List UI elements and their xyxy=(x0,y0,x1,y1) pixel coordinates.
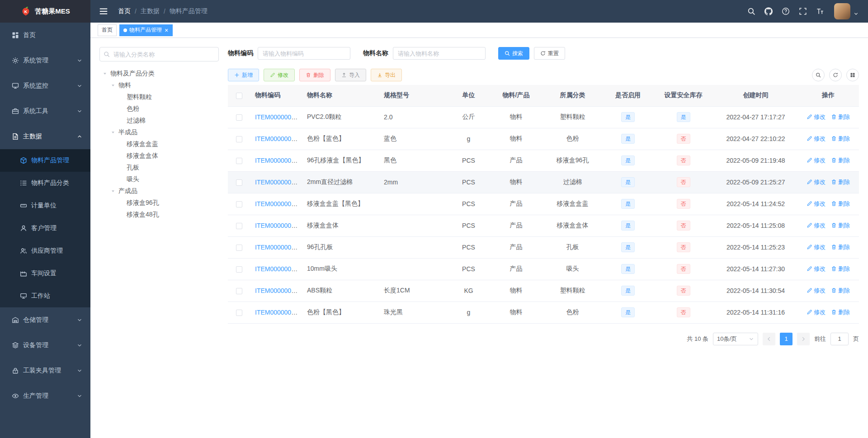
tree-node[interactable]: 移液盒96孔 xyxy=(99,197,219,209)
sidebar-item-material-product-category[interactable]: 物料产品分类 xyxy=(0,172,90,194)
material-code-link[interactable]: ITEM00000051 xyxy=(255,200,298,207)
sidebar-item-master-data[interactable]: 主数据 xyxy=(0,124,90,149)
caret-icon[interactable] xyxy=(111,82,115,89)
material-code-link[interactable]: ITEM00000056 xyxy=(255,309,298,316)
select-all-checkbox[interactable] xyxy=(236,93,242,99)
row-checkbox[interactable] xyxy=(236,266,242,273)
page-size-select[interactable]: 10条/页 xyxy=(713,333,758,345)
tree-node[interactable]: 塑料颗粒 xyxy=(99,91,219,103)
sidebar-item-equipment-mgmt[interactable]: 设备管理 xyxy=(0,333,90,358)
font-size-button[interactable] xyxy=(811,0,829,23)
next-page-button[interactable] xyxy=(797,333,810,345)
edit-row-link[interactable]: 修改 xyxy=(807,156,826,165)
caret-icon[interactable] xyxy=(111,129,115,136)
edit-row-link[interactable]: 修改 xyxy=(807,113,826,121)
material-code-link[interactable]: ITEM00000053 xyxy=(255,244,298,251)
caret-icon[interactable] xyxy=(103,70,107,77)
sidebar-item-system-monitor[interactable]: 系统监控 xyxy=(0,73,90,99)
delete-row-link[interactable]: 删除 xyxy=(831,308,850,316)
delete-row-link[interactable]: 删除 xyxy=(831,135,850,143)
fullscreen-button[interactable] xyxy=(794,0,811,23)
row-checkbox[interactable] xyxy=(236,201,242,207)
row-checkbox[interactable] xyxy=(236,288,242,294)
category-search-input[interactable] xyxy=(99,47,219,61)
row-checkbox[interactable] xyxy=(236,179,242,186)
user-menu[interactable] xyxy=(829,3,861,19)
sidebar-item-workstation[interactable]: 工作站 xyxy=(0,285,90,307)
delete-row-link[interactable]: 删除 xyxy=(831,113,850,121)
tree-node[interactable]: 移液盒盒体 xyxy=(99,150,219,162)
header-search-button[interactable] xyxy=(743,0,760,23)
material-code-link[interactable]: ITEM00000041 xyxy=(255,135,298,142)
tree-node[interactable]: 吸头 xyxy=(99,174,219,185)
delete-row-link[interactable]: 删除 xyxy=(831,178,850,186)
material-code-input[interactable] xyxy=(258,47,350,60)
material-name-input[interactable] xyxy=(393,47,486,60)
tab-home[interactable]: 首页 xyxy=(98,24,117,36)
material-code-link[interactable]: ITEM00000046 xyxy=(255,157,298,164)
delete-row-link[interactable]: 删除 xyxy=(831,287,850,295)
row-checkbox[interactable] xyxy=(236,136,242,142)
app-logo[interactable]: K 苦糖果MES xyxy=(0,0,90,23)
search-button[interactable]: 搜索 xyxy=(498,47,529,60)
sidebar-item-material-product-mgmt[interactable]: 物料产品管理 xyxy=(0,149,90,172)
sidebar-item-customer-mgmt[interactable]: 客户管理 xyxy=(0,217,90,240)
row-checkbox[interactable] xyxy=(236,114,242,121)
edit-button[interactable]: 修改 xyxy=(264,69,295,81)
sidebar-item-warehouse-mgmt[interactable]: 仓储管理 xyxy=(0,307,90,333)
sidebar-item-measure-unit[interactable]: 计量单位 xyxy=(0,194,90,217)
tree-node[interactable]: 过滤棉 xyxy=(99,115,219,127)
material-code-link[interactable]: ITEM00000055 xyxy=(255,287,298,294)
edit-row-link[interactable]: 修改 xyxy=(807,200,826,208)
edit-row-link[interactable]: 修改 xyxy=(807,308,826,316)
close-icon[interactable]: × xyxy=(164,27,169,33)
delete-row-link[interactable]: 删除 xyxy=(831,156,850,165)
material-code-link[interactable]: ITEM00000037 xyxy=(255,113,298,121)
caret-icon[interactable] xyxy=(111,188,115,195)
edit-row-link[interactable]: 修改 xyxy=(807,221,826,230)
sidebar-item-fixture-mgmt[interactable]: 工装夹具管理 xyxy=(0,358,90,383)
delete-row-link[interactable]: 删除 xyxy=(831,265,850,273)
row-checkbox[interactable] xyxy=(236,310,242,316)
github-button[interactable] xyxy=(760,0,777,23)
sidebar-item-production-mgmt[interactable]: 生产管理 xyxy=(0,383,90,409)
add-button[interactable]: 新增 xyxy=(228,69,259,81)
row-checkbox[interactable] xyxy=(236,223,242,229)
material-code-link[interactable]: ITEM00000049 xyxy=(255,179,298,186)
delete-row-link[interactable]: 删除 xyxy=(831,200,850,208)
edit-row-link[interactable]: 修改 xyxy=(807,265,826,273)
page-number-button[interactable]: 1 xyxy=(780,333,793,345)
refresh-table-button[interactable] xyxy=(829,69,842,81)
sidebar-item-system-tools[interactable]: 系统工具 xyxy=(0,99,90,124)
sidebar-item-home[interactable]: 首页 xyxy=(0,23,90,48)
sidebar-item-system-mgmt[interactable]: 系统管理 xyxy=(0,48,90,73)
material-code-link[interactable]: ITEM00000052 xyxy=(255,222,298,229)
tree-node[interactable]: 移液盒48孔 xyxy=(99,209,219,221)
edit-row-link[interactable]: 修改 xyxy=(807,178,826,186)
tree-node[interactable]: 半成品 xyxy=(99,127,219,138)
prev-page-button[interactable] xyxy=(763,333,775,345)
sidebar-item-workshop-settings[interactable]: 车间设置 xyxy=(0,262,90,285)
sidebar-item-supplier-mgmt[interactable]: 供应商管理 xyxy=(0,240,90,262)
delete-row-link[interactable]: 删除 xyxy=(831,221,850,230)
sidebar-toggle-button[interactable] xyxy=(97,5,110,18)
edit-row-link[interactable]: 修改 xyxy=(807,135,826,143)
tab-material-product-mgmt[interactable]: 物料产品管理× xyxy=(119,24,173,36)
breadcrumb-item[interactable]: 首页 xyxy=(118,7,131,15)
toggle-search-button[interactable] xyxy=(812,69,825,81)
goto-page-input[interactable] xyxy=(830,333,849,345)
delete-row-link[interactable]: 删除 xyxy=(831,243,850,251)
edit-row-link[interactable]: 修改 xyxy=(807,287,826,295)
breadcrumb-item[interactable]: 主数据 xyxy=(141,7,160,15)
tree-node[interactable]: 物料 xyxy=(99,80,219,91)
export-button[interactable]: 导出 xyxy=(371,69,402,81)
tree-node[interactable]: 移液盒盒盖 xyxy=(99,138,219,150)
import-button[interactable]: 导入 xyxy=(335,69,366,81)
tree-node[interactable]: 产成品 xyxy=(99,185,219,197)
delete-button[interactable]: 删除 xyxy=(299,69,330,81)
help-button[interactable] xyxy=(777,0,794,23)
tree-node[interactable]: 色粉 xyxy=(99,103,219,115)
row-checkbox[interactable] xyxy=(236,245,242,251)
row-checkbox[interactable] xyxy=(236,158,242,164)
reset-button[interactable]: 重置 xyxy=(534,47,565,60)
